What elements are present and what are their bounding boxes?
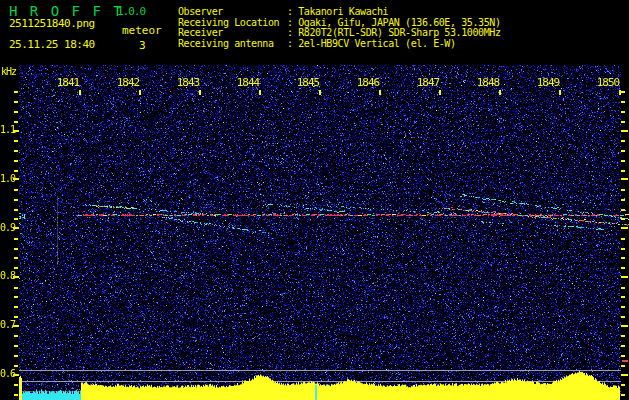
freq-tick-label-1_1: 1.1 (0, 124, 13, 135)
app-version: 1.0.0 (117, 5, 145, 18)
time-tick-label-1847: 1847 (414, 76, 442, 89)
observer-label: Observer (178, 6, 223, 17)
freq-axis-unit: kHz (1, 66, 16, 77)
freq-tick-label-0_6: 0.6 (0, 368, 13, 379)
time-tick-label-1845: 1845 (294, 76, 322, 89)
freq-tick-label-1_0: 1.0 (0, 173, 13, 184)
receiver-label: Receiver (178, 27, 223, 38)
output-filename: 2511251840.png (9, 17, 95, 30)
freq-tick-label-0_7: 0.7 (0, 319, 13, 330)
receiving-location-label: Receiving Location (178, 17, 279, 28)
hrofft-window: H R O F F T 1.0.0 2511251840.png meteor … (0, 0, 629, 400)
receiver-value: : R820T2(RTL-SDR) SDR-Sharp 53.1000MHz (287, 27, 501, 38)
time-tick-label-1849: 1849 (534, 76, 562, 89)
time-tick-label-1848: 1848 (474, 76, 502, 89)
time-tick-label-1850: 1850 (594, 76, 622, 89)
spectrogram (0, 62, 629, 400)
observer-value: : Takanori Kawachi (287, 6, 388, 17)
time-tick-label-1844: 1844 (234, 76, 262, 89)
receiving-antenna-value: : 2el-HB9CV Vertical (el. E-W) (287, 38, 456, 49)
freq-tick-label-0_8: 0.8 (0, 270, 13, 281)
time-tick-label-1841: 1841 (54, 76, 82, 89)
time-tick-label-1843: 1843 (174, 76, 202, 89)
record-datetime: 25.11.25 18:40 (9, 38, 95, 51)
time-tick-label-1846: 1846 (354, 76, 382, 89)
time-tick-label-1842: 1842 (114, 76, 142, 89)
echo-count: 3 (139, 39, 146, 52)
mode-label: meteor (122, 24, 162, 37)
receiving-antenna-label: Receiving antenna (178, 38, 274, 49)
receiving-location-value: : Ogaki, Gifu, JAPAN (136.60E, 35.35N) (287, 17, 501, 28)
freq-tick-label-0_9: 0.9 (0, 222, 13, 233)
